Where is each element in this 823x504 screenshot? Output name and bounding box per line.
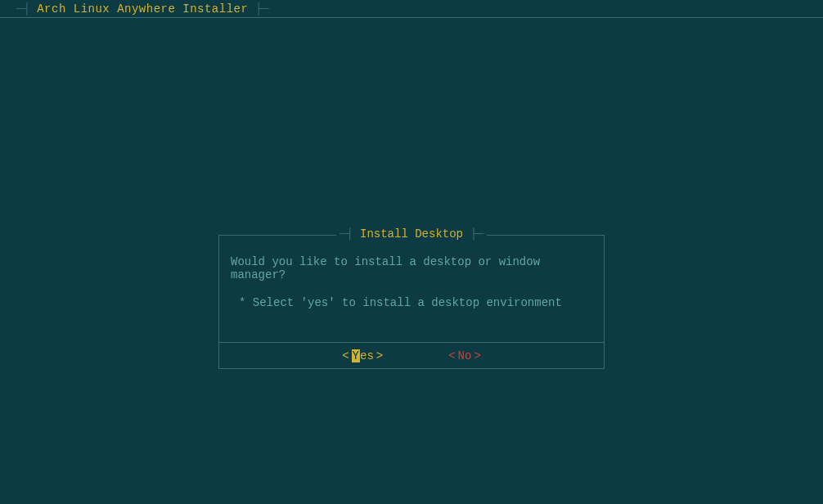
- angle-left-icon: <: [342, 349, 349, 362]
- dialog: ─┤ Install Desktop ├─ Would you like to …: [218, 235, 605, 369]
- main-area: ─┤ Install Desktop ├─ Would you like to …: [0, 18, 823, 504]
- no-button[interactable]: < No >: [448, 349, 481, 362]
- angle-right-icon: >: [376, 349, 383, 362]
- dialog-content: ─┤ Install Desktop ├─ Would you like to …: [218, 235, 605, 343]
- header-bar: ─┤ Arch Linux Anywhere Installer ├─: [0, 0, 823, 18]
- header-decoration: ─┤ Arch Linux Anywhere Installer ├─: [16, 2, 269, 16]
- yes-button[interactable]: < Yes >: [342, 349, 383, 362]
- yes-hotkey: Y: [352, 349, 360, 362]
- header-title: Arch Linux Anywhere Installer: [37, 2, 248, 16]
- no-label: No: [458, 349, 472, 362]
- angle-right-icon: >: [474, 349, 480, 362]
- angle-left-icon: <: [448, 349, 455, 362]
- yes-label-rest: es: [360, 349, 374, 362]
- dialog-question: Would you like to install a desktop or w…: [227, 255, 596, 281]
- dialog-title: Install Desktop: [360, 227, 463, 241]
- dialog-hint: * Select 'yes' to install a desktop envi…: [227, 296, 596, 309]
- button-bar: < Yes > < No >: [218, 343, 605, 369]
- dialog-title-wrap: ─┤ Install Desktop ├─: [219, 227, 604, 241]
